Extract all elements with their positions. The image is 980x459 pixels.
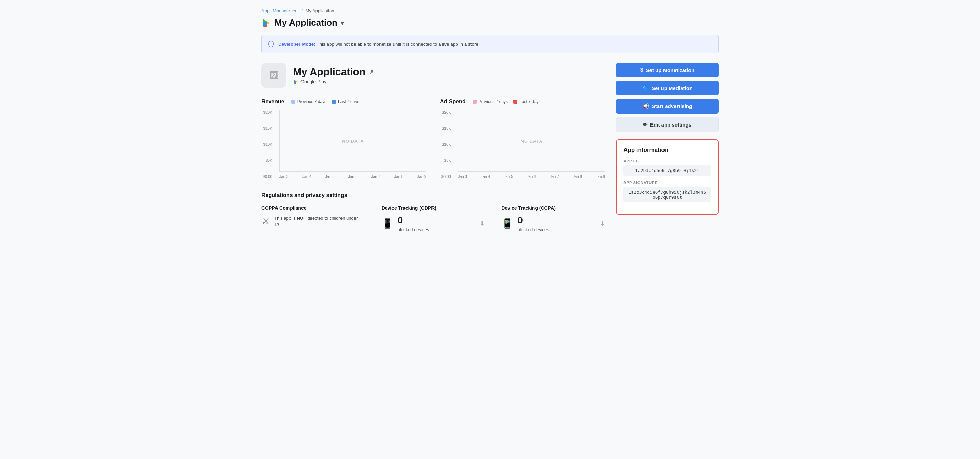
coppa-text-before: This app is (274, 216, 297, 221)
revenue-y-20k: $20K (263, 110, 272, 114)
adspend-y-0: $0.00 (441, 175, 451, 178)
revenue-x-jan8: Jan 8 (394, 175, 403, 178)
setup-mediation-button[interactable]: 🔷 Set up Mediation (616, 81, 719, 95)
advertising-label: Start advertising (652, 103, 692, 109)
coppa-title: COPPA Compliance (261, 205, 365, 211)
adspend-x-jan7: Jan 7 (550, 175, 559, 178)
start-advertising-button[interactable]: 📢 Start advertising (616, 99, 719, 114)
revenue-chart-area: NO DATA (279, 110, 426, 172)
adspend-chart: Ad Spend Previous 7 days Last 7 days (440, 98, 605, 178)
app-name-text: My Application (293, 66, 366, 78)
adspend-grid-2 (458, 125, 605, 126)
mediation-label: Set up Mediation (652, 85, 692, 91)
gdpr-phone-icon: 📱 (382, 218, 393, 229)
banner-message: This app will not be able to monetize un… (317, 42, 480, 47)
adspend-x-jan6: Jan 6 (527, 175, 536, 178)
revenue-x-jan3: Jan 3 (279, 175, 288, 178)
adspend-y-5k: $5K (441, 158, 451, 162)
breadcrumb-parent[interactable]: Apps Management (261, 8, 299, 13)
external-link-icon[interactable]: ↗ (369, 69, 373, 75)
edit-icon: ✏ (643, 121, 648, 128)
coppa-icon: ⚔ (261, 216, 270, 227)
adspend-chart-header: Ad Spend Previous 7 days Last 7 days (440, 98, 605, 105)
revenue-grid-1 (280, 110, 426, 111)
regulations-grid: COPPA Compliance ⚔ This app is NOT direc… (261, 205, 605, 232)
monetization-label: Set up Monetization (646, 67, 695, 73)
adspend-x-jan8: Jan 8 (573, 175, 582, 178)
app-name-block: My Application ↗ Google Play (293, 66, 373, 84)
revenue-grid-2 (280, 125, 426, 126)
adspend-x-jan9: Jan 9 (596, 175, 605, 178)
revenue-y-0: $0.00 (263, 175, 272, 178)
title-dropdown-arrow[interactable]: ▾ (341, 19, 344, 27)
gdpr-count: 0 (398, 215, 430, 226)
ccpa-phone-icon: 📱 (501, 218, 513, 229)
adspend-x-jan4: Jan 4 (481, 175, 490, 178)
revenue-y-10k: $10K (263, 142, 272, 146)
adspend-y-20k: $20K (441, 110, 451, 114)
app-id-field: APP ID 1a2b3c4d5e6f7g8h9i0j1k2l (624, 159, 711, 176)
revenue-x-jan9: Jan 9 (417, 175, 426, 178)
revenue-chart-body: $20K $15K $10K $5K $0.00 (279, 110, 426, 178)
adspend-x-jan5: Jan 5 (504, 175, 513, 178)
revenue-y-labels: $20K $15K $10K $5K $0.00 (263, 110, 272, 178)
ccpa-content: 📱 0 blocked devices ⬇ (501, 215, 605, 232)
revenue-x-jan7: Jan 7 (371, 175, 380, 178)
app-header: 🖼 My Application ↗ Google (261, 63, 605, 87)
regulations-section: Regulations and privacy settings COPPA C… (261, 192, 605, 232)
svg-marker-4 (294, 79, 296, 81)
coppa-content: ⚔ This app is NOT directed to children u… (261, 215, 365, 228)
ccpa-count: 0 (517, 215, 549, 226)
adspend-chart-title: Ad Spend (440, 98, 466, 105)
revenue-chart-header: Revenue Previous 7 days Last 7 days (261, 98, 426, 105)
svg-marker-2 (267, 22, 270, 24)
app-id-label: APP ID (624, 159, 711, 163)
adspend-prev-dot (473, 100, 477, 104)
adspend-grid-4 (458, 156, 605, 156)
adspend-chart-wrapper: $20K $15K $10K $5K $0.00 (440, 110, 605, 178)
adspend-y-15k: $15K (441, 126, 451, 130)
gdpr-content: 📱 0 blocked devices ⬇ (382, 215, 485, 232)
mediation-icon: 🔷 (642, 85, 649, 91)
adspend-chart-area: NO DATA (458, 110, 605, 172)
gdpr-item: Device Tracking (GDPR) 📱 0 blocked devic… (382, 205, 485, 232)
banner-text: Developer Mode: This app will not be abl… (278, 42, 480, 47)
adspend-grid-1 (458, 110, 605, 111)
revenue-prev-label: Previous 7 days (298, 99, 326, 104)
left-panel: 🖼 My Application ↗ Google (261, 63, 605, 232)
revenue-chart: Revenue Previous 7 days Last 7 days (261, 98, 426, 178)
gdpr-title: Device Tracking (GDPR) (382, 205, 485, 211)
info-icon: ⓘ (268, 40, 274, 48)
coppa-item: COPPA Compliance ⚔ This app is NOT direc… (261, 205, 365, 232)
coppa-bold: NOT (297, 216, 306, 221)
revenue-x-labels: Jan 3 Jan 4 Jan 5 Jan 6 Jan 7 Jan 8 Jan … (279, 175, 426, 178)
revenue-legend-last: Last 7 days (332, 99, 359, 104)
advertising-icon: 📢 (642, 103, 649, 110)
revenue-prev-dot (291, 100, 295, 104)
app-icon-placeholder: 🖼 (269, 70, 278, 81)
svg-marker-0 (263, 19, 267, 22)
setup-monetization-button[interactable]: $ Set up Monetization (616, 63, 719, 77)
adspend-prev-label: Previous 7 days (479, 99, 508, 104)
banner-bold: Developer Mode: (278, 42, 315, 47)
edit-app-settings-button[interactable]: ✏ Edit app settings (616, 117, 719, 132)
page-title: My Application (274, 17, 337, 28)
adspend-legend-last: Last 7 days (513, 99, 540, 104)
breadcrumb: Apps Management / My Application (261, 8, 719, 13)
adspend-legend-prev: Previous 7 days (473, 99, 508, 104)
app-title-row: My Application ▾ (261, 17, 719, 28)
right-panel: $ Set up Monetization 🔷 Set up Mediation… (616, 63, 719, 232)
ccpa-download-icon[interactable]: ⬇ (600, 220, 605, 227)
google-play-icon (261, 18, 271, 28)
revenue-x-jan6: Jan 6 (348, 175, 358, 178)
charts-row: Revenue Previous 7 days Last 7 days (261, 98, 605, 178)
adspend-x-labels: Jan 3 Jan 4 Jan 5 Jan 6 Jan 7 Jan 8 Jan … (458, 175, 605, 178)
gdpr-download-icon[interactable]: ⬇ (480, 220, 485, 227)
app-info-title: App information (624, 147, 711, 154)
regulations-title: Regulations and privacy settings (261, 192, 605, 199)
store-name: Google Play (301, 79, 326, 84)
developer-mode-banner: ⓘ Developer Mode: This app will not be a… (261, 35, 719, 53)
adspend-x-jan3: Jan 3 (458, 175, 467, 178)
app-icon-box: 🖼 (261, 63, 286, 87)
edit-label: Edit app settings (650, 122, 692, 127)
